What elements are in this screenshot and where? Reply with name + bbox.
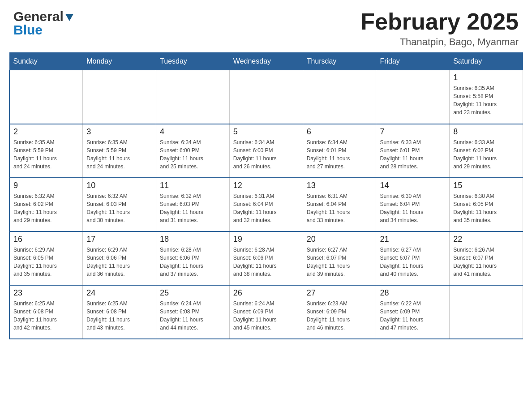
- day-info: Sunrise: 6:22 AM Sunset: 6:09 PM Dayligh…: [380, 300, 446, 332]
- calendar-cell: 15Sunrise: 6:30 AM Sunset: 6:05 PM Dayli…: [450, 178, 523, 231]
- calendar-cell: 14Sunrise: 6:30 AM Sunset: 6:04 PM Dayli…: [376, 178, 450, 231]
- calendar-cell: 8Sunrise: 6:33 AM Sunset: 6:02 PM Daylig…: [450, 124, 523, 178]
- day-info: Sunrise: 6:32 AM Sunset: 6:02 PM Dayligh…: [13, 192, 79, 224]
- day-info: Sunrise: 6:33 AM Sunset: 6:01 PM Dayligh…: [380, 138, 446, 171]
- day-number: 10: [86, 181, 152, 190]
- day-number: 15: [453, 181, 519, 190]
- location-title: Thanatpin, Bago, Myanmar: [360, 36, 519, 48]
- header-day-monday: Monday: [83, 53, 156, 70]
- calendar-cell: 9Sunrise: 6:32 AM Sunset: 6:02 PM Daylig…: [9, 178, 83, 231]
- svg-marker-0: [65, 14, 73, 21]
- day-info: Sunrise: 6:35 AM Sunset: 5:59 PM Dayligh…: [13, 138, 79, 171]
- day-info: Sunrise: 6:34 AM Sunset: 6:00 PM Dayligh…: [160, 138, 226, 171]
- header-day-friday: Friday: [376, 53, 450, 70]
- day-number: 2: [13, 127, 79, 137]
- week-row-1: 2Sunrise: 6:35 AM Sunset: 5:59 PM Daylig…: [9, 124, 523, 178]
- day-number: 17: [86, 235, 152, 244]
- calendar-cell: 18Sunrise: 6:28 AM Sunset: 6:06 PM Dayli…: [156, 231, 230, 285]
- day-number: 22: [453, 235, 519, 244]
- calendar-cell: 24Sunrise: 6:25 AM Sunset: 6:08 PM Dayli…: [83, 285, 156, 339]
- header-day-wednesday: Wednesday: [229, 53, 303, 70]
- calendar-cell: 4Sunrise: 6:34 AM Sunset: 6:00 PM Daylig…: [156, 124, 230, 178]
- day-info: Sunrise: 6:30 AM Sunset: 6:05 PM Dayligh…: [453, 192, 519, 224]
- day-number: 7: [380, 127, 446, 137]
- day-number: 20: [307, 235, 373, 244]
- day-number: 11: [160, 181, 226, 190]
- calendar-cell: 12Sunrise: 6:31 AM Sunset: 6:04 PM Dayli…: [229, 178, 303, 231]
- day-info: Sunrise: 6:35 AM Sunset: 5:58 PM Dayligh…: [453, 84, 519, 116]
- week-row-0: 1Sunrise: 6:35 AM Sunset: 5:58 PM Daylig…: [9, 70, 523, 124]
- logo-triangle-icon: [64, 12, 74, 22]
- day-info: Sunrise: 6:34 AM Sunset: 6:01 PM Dayligh…: [307, 138, 373, 171]
- page-header: General Blue February 2025 Thanatpin, Ba…: [0, 0, 532, 52]
- calendar-container: SundayMondayTuesdayWednesdayThursdayFrid…: [0, 52, 532, 348]
- logo: General Blue: [13, 9, 74, 38]
- calendar-cell: 28Sunrise: 6:22 AM Sunset: 6:09 PM Dayli…: [376, 285, 450, 339]
- calendar-cell: [156, 70, 230, 124]
- day-number: 21: [380, 235, 446, 244]
- day-number: 5: [233, 127, 299, 137]
- calendar-cell: [229, 70, 303, 124]
- day-number: 13: [307, 181, 373, 190]
- day-info: Sunrise: 6:30 AM Sunset: 6:04 PM Dayligh…: [380, 192, 446, 224]
- calendar-cell: 16Sunrise: 6:29 AM Sunset: 6:05 PM Dayli…: [9, 231, 83, 285]
- calendar-cell: 13Sunrise: 6:31 AM Sunset: 6:04 PM Dayli…: [303, 178, 376, 231]
- calendar-cell: [9, 70, 83, 124]
- calendar-cell: 10Sunrise: 6:32 AM Sunset: 6:03 PM Dayli…: [83, 178, 156, 231]
- day-info: Sunrise: 6:25 AM Sunset: 6:08 PM Dayligh…: [86, 300, 152, 332]
- day-info: Sunrise: 6:32 AM Sunset: 6:03 PM Dayligh…: [160, 192, 226, 224]
- calendar-cell: 26Sunrise: 6:24 AM Sunset: 6:09 PM Dayli…: [229, 285, 303, 339]
- day-info: Sunrise: 6:27 AM Sunset: 6:07 PM Dayligh…: [380, 246, 446, 278]
- header-day-sunday: Sunday: [9, 53, 83, 70]
- calendar-cell: 11Sunrise: 6:32 AM Sunset: 6:03 PM Dayli…: [156, 178, 230, 231]
- calendar-cell: 17Sunrise: 6:29 AM Sunset: 6:06 PM Dayli…: [83, 231, 156, 285]
- day-number: 14: [380, 181, 446, 190]
- day-info: Sunrise: 6:25 AM Sunset: 6:08 PM Dayligh…: [13, 300, 79, 332]
- calendar-header: SundayMondayTuesdayWednesdayThursdayFrid…: [9, 53, 523, 70]
- calendar-cell: 6Sunrise: 6:34 AM Sunset: 6:01 PM Daylig…: [303, 124, 376, 178]
- day-info: Sunrise: 6:31 AM Sunset: 6:04 PM Dayligh…: [307, 192, 373, 224]
- calendar-cell: [303, 70, 376, 124]
- day-info: Sunrise: 6:28 AM Sunset: 6:06 PM Dayligh…: [233, 246, 299, 278]
- day-number: 19: [233, 235, 299, 244]
- day-number: 23: [13, 288, 79, 298]
- calendar-cell: 21Sunrise: 6:27 AM Sunset: 6:07 PM Dayli…: [376, 231, 450, 285]
- day-number: 1: [453, 73, 519, 82]
- day-number: 3: [86, 127, 152, 137]
- day-info: Sunrise: 6:33 AM Sunset: 6:02 PM Dayligh…: [453, 138, 519, 171]
- calendar-cell: 23Sunrise: 6:25 AM Sunset: 6:08 PM Dayli…: [9, 285, 83, 339]
- calendar-cell: 2Sunrise: 6:35 AM Sunset: 5:59 PM Daylig…: [9, 124, 83, 178]
- week-row-2: 9Sunrise: 6:32 AM Sunset: 6:02 PM Daylig…: [9, 178, 523, 231]
- calendar-cell: 22Sunrise: 6:26 AM Sunset: 6:07 PM Dayli…: [450, 231, 523, 285]
- header-day-thursday: Thursday: [303, 53, 376, 70]
- calendar-table: SundayMondayTuesdayWednesdayThursdayFrid…: [9, 52, 523, 339]
- calendar-cell: 1Sunrise: 6:35 AM Sunset: 5:58 PM Daylig…: [450, 70, 523, 124]
- day-number: 18: [160, 235, 226, 244]
- day-info: Sunrise: 6:28 AM Sunset: 6:06 PM Dayligh…: [160, 246, 226, 278]
- logo-general: General: [13, 9, 64, 24]
- day-number: 4: [160, 127, 226, 137]
- day-number: 8: [453, 127, 519, 137]
- week-row-3: 16Sunrise: 6:29 AM Sunset: 6:05 PM Dayli…: [9, 231, 523, 285]
- day-info: Sunrise: 6:26 AM Sunset: 6:07 PM Dayligh…: [453, 246, 519, 278]
- day-info: Sunrise: 6:24 AM Sunset: 6:08 PM Dayligh…: [160, 300, 226, 332]
- day-number: 27: [307, 288, 373, 298]
- week-row-4: 23Sunrise: 6:25 AM Sunset: 6:08 PM Dayli…: [9, 285, 523, 339]
- calendar-cell: [450, 285, 523, 339]
- day-info: Sunrise: 6:31 AM Sunset: 6:04 PM Dayligh…: [233, 192, 299, 224]
- day-number: 24: [86, 288, 152, 298]
- calendar-cell: 27Sunrise: 6:23 AM Sunset: 6:09 PM Dayli…: [303, 285, 376, 339]
- day-number: 28: [380, 288, 446, 298]
- calendar-body: 1Sunrise: 6:35 AM Sunset: 5:58 PM Daylig…: [9, 70, 523, 339]
- day-number: 12: [233, 181, 299, 190]
- day-info: Sunrise: 6:35 AM Sunset: 5:59 PM Dayligh…: [86, 138, 152, 171]
- calendar-cell: 20Sunrise: 6:27 AM Sunset: 6:07 PM Dayli…: [303, 231, 376, 285]
- day-info: Sunrise: 6:27 AM Sunset: 6:07 PM Dayligh…: [307, 246, 373, 278]
- day-number: 25: [160, 288, 226, 298]
- day-number: 26: [233, 288, 299, 298]
- calendar-cell: 19Sunrise: 6:28 AM Sunset: 6:06 PM Dayli…: [229, 231, 303, 285]
- day-number: 6: [307, 127, 373, 137]
- day-info: Sunrise: 6:29 AM Sunset: 6:05 PM Dayligh…: [13, 246, 79, 278]
- calendar-cell: [83, 70, 156, 124]
- calendar-cell: 3Sunrise: 6:35 AM Sunset: 5:59 PM Daylig…: [83, 124, 156, 178]
